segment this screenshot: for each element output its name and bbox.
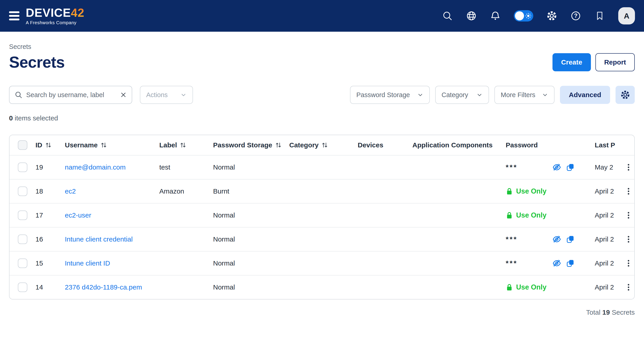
row-menu-kebab-icon[interactable]	[623, 259, 634, 267]
row-menu-kebab-icon[interactable]	[623, 235, 634, 243]
report-button[interactable]: Report	[596, 53, 635, 71]
copy-password-icon[interactable]	[566, 235, 575, 244]
cell-password-storage: Normal	[213, 211, 289, 219]
username-link[interactable]: ec2-user	[65, 211, 91, 219]
hamburger-menu-icon[interactable]	[9, 11, 20, 20]
more-filters-dropdown[interactable]: More Filters	[494, 86, 554, 104]
row-checkbox[interactable]	[18, 235, 27, 244]
globe-icon[interactable]	[466, 11, 477, 21]
username-link[interactable]: 2376 d42do-1189-ca.pem	[65, 283, 142, 291]
search-input[interactable]	[26, 91, 116, 99]
column-header-password-storage[interactable]: Password Storage	[213, 141, 289, 149]
chevron-down-icon	[180, 92, 187, 98]
reveal-password-eye-slash-icon[interactable]	[552, 259, 561, 268]
row-checkbox[interactable]	[18, 211, 27, 220]
row-checkbox[interactable]	[18, 162, 27, 172]
copy-password-icon[interactable]	[566, 163, 575, 172]
total-count: 19	[602, 308, 610, 316]
column-header-username[interactable]: Username	[65, 141, 159, 149]
column-header-label[interactable]: Label	[159, 141, 213, 149]
masked-password: ***	[506, 235, 518, 244]
selection-count: 0	[9, 114, 13, 122]
cell-password-storage: Burnt	[213, 188, 289, 195]
masked-password: ***	[506, 259, 518, 268]
password-storage-filter[interactable]: Password Storage	[350, 86, 430, 104]
gear-icon	[620, 90, 630, 100]
search-box[interactable]	[9, 86, 132, 104]
advanced-button[interactable]: Advanced	[560, 86, 610, 104]
lock-icon	[506, 188, 513, 195]
search-icon[interactable]	[442, 11, 453, 21]
username-link[interactable]: Intune client ID	[65, 259, 110, 267]
bookmark-icon[interactable]	[594, 11, 605, 21]
cell-last: May 2	[595, 163, 623, 171]
table-row: 14 2376 d42do-1189-ca.pem Normal Use Onl…	[10, 275, 634, 299]
username-link[interactable]: Intune client credential	[65, 235, 133, 243]
password-cell: Use Only	[506, 283, 595, 291]
password-cell: Use Only	[506, 211, 595, 219]
sun-icon	[525, 13, 532, 19]
logo-accent: 42	[71, 6, 84, 19]
cell-id: 15	[36, 259, 65, 267]
create-button[interactable]: Create	[552, 53, 591, 71]
top-navbar: DEVICE42 A Freshworks Company	[0, 0, 644, 32]
selection-status: 0 items selected	[9, 114, 635, 122]
password-cell: Use Only	[506, 187, 595, 195]
cell-id: 17	[36, 211, 65, 219]
column-header-password: Password	[506, 141, 595, 149]
table-row: 17 ec2-user Normal Use Only	[10, 203, 634, 227]
notifications-bell-icon[interactable]	[490, 11, 501, 21]
row-menu-kebab-icon[interactable]	[623, 188, 634, 195]
lock-icon	[506, 283, 513, 291]
reveal-password-eye-slash-icon[interactable]	[552, 163, 561, 172]
secrets-table: ID Username Label Password Storage Categ…	[9, 135, 635, 299]
settings-gear-icon[interactable]	[546, 11, 557, 21]
row-menu-kebab-icon[interactable]	[623, 211, 634, 219]
help-icon[interactable]: ?	[570, 11, 581, 21]
user-avatar[interactable]: A	[618, 7, 635, 25]
column-header-last: Last P	[595, 141, 623, 149]
reveal-password-eye-slash-icon[interactable]	[552, 235, 561, 244]
sort-icon[interactable]	[45, 142, 52, 148]
chevron-down-icon	[476, 92, 483, 98]
masked-password: ***	[506, 163, 518, 172]
row-menu-kebab-icon[interactable]	[623, 283, 634, 291]
select-all-checkbox[interactable]	[18, 140, 27, 150]
cell-password-storage: Normal	[213, 283, 289, 291]
page-title: Secrets	[9, 53, 65, 71]
column-header-application-components: Application Components	[412, 141, 506, 149]
chevron-down-icon	[417, 92, 424, 98]
actions-dropdown[interactable]: Actions	[140, 86, 193, 104]
search-icon	[14, 91, 22, 99]
cell-password-storage: Normal	[213, 235, 289, 243]
cell-password-storage: Normal	[213, 163, 289, 171]
copy-password-icon[interactable]	[566, 259, 575, 268]
sort-icon[interactable]	[275, 142, 282, 148]
column-header-category[interactable]: Category	[289, 141, 358, 149]
row-checkbox[interactable]	[18, 282, 27, 292]
cell-label: Amazon	[159, 188, 213, 195]
category-filter[interactable]: Category	[435, 86, 489, 104]
cell-last: April 2	[595, 188, 623, 195]
username-link[interactable]: ec2	[65, 188, 76, 195]
row-menu-kebab-icon[interactable]	[623, 163, 634, 171]
username-link[interactable]: name@domain.com	[65, 163, 126, 171]
device42-logo[interactable]: DEVICE42 A Freshworks Company	[26, 7, 84, 25]
table-header-row: ID Username Label Password Storage Categ…	[10, 135, 634, 155]
cell-last: April 2	[595, 283, 623, 291]
sort-icon[interactable]	[321, 142, 328, 148]
sort-icon[interactable]	[100, 142, 107, 148]
column-header-devices: Devices	[358, 141, 412, 149]
row-checkbox[interactable]	[18, 259, 27, 268]
clear-search-icon[interactable]	[120, 91, 127, 98]
toggle-knob	[515, 11, 524, 20]
sort-icon[interactable]	[180, 142, 186, 148]
logo-text: DEVICE42	[26, 7, 84, 19]
breadcrumb[interactable]: Secrets	[9, 43, 635, 51]
password-cell: ***	[506, 235, 595, 244]
theme-toggle[interactable]	[514, 10, 533, 22]
row-checkbox[interactable]	[18, 187, 27, 196]
table-body: 19 name@domain.com test Normal ***	[10, 155, 634, 299]
column-header-id[interactable]: ID	[36, 141, 65, 149]
table-settings-button[interactable]	[616, 86, 635, 104]
